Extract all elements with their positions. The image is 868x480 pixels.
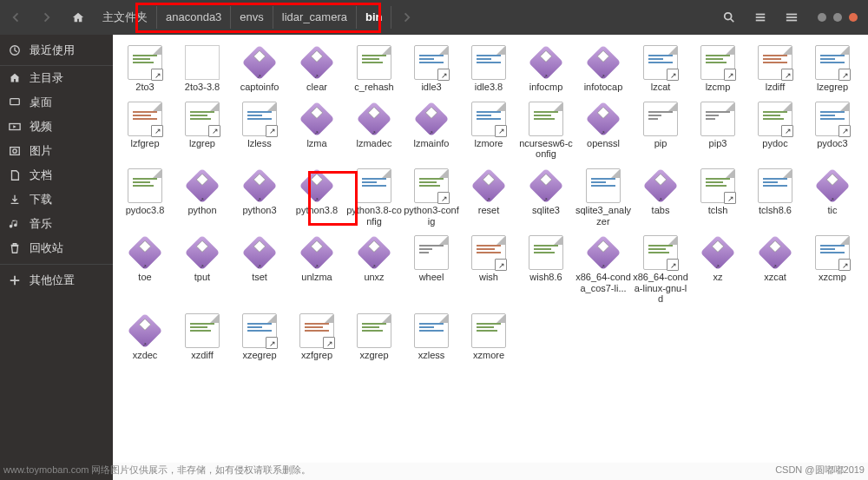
file-item[interactable]: pydoc3.8 [116, 168, 174, 227]
file-item[interactable]: ↗tic [804, 168, 861, 227]
sidebar-item-home[interactable]: 主目录 [0, 66, 113, 90]
crumb-envs[interactable]: envs [231, 6, 273, 29]
file-item[interactable]: ↗infotocap [575, 45, 632, 93]
sidebar-item-documents[interactable]: 文档 [0, 163, 113, 187]
file-item[interactable]: ↗idle3 [403, 45, 460, 93]
file-item[interactable]: ↗xzcmp [804, 235, 861, 305]
text-file-icon [529, 235, 563, 270]
file-item[interactable]: pip [632, 102, 689, 160]
file-item[interactable]: ↗sqlite3 [517, 168, 575, 227]
file-item[interactable]: ↗lzma [288, 102, 345, 160]
svg-rect-5 [786, 16, 797, 18]
sidebar-item-desktop[interactable]: 桌面 [0, 90, 113, 115]
file-item[interactable]: ↗python3.8 [288, 168, 345, 227]
file-item[interactable]: ↗pydoc3 [804, 102, 861, 160]
file-item[interactable]: ↗lzfgrep [116, 102, 174, 160]
file-label: lzmainfo [414, 138, 450, 149]
file-label: unlzma [301, 272, 332, 283]
file-item[interactable]: idle3.8 [460, 45, 517, 93]
file-item[interactable]: ↗tabs [632, 168, 689, 227]
file-item[interactable]: wish8.6 [517, 235, 575, 305]
file-label: lzcat [651, 82, 671, 93]
file-item[interactable]: ↗python3-config [403, 168, 460, 227]
file-item[interactable]: ↗xzegrep [231, 313, 288, 361]
sidebar-item-pictures[interactable]: 图片 [0, 139, 113, 163]
file-item[interactable]: ↗tset [231, 235, 288, 305]
file-item[interactable]: ↗wish [460, 235, 517, 305]
sidebar-item-recent[interactable]: 最近使用 [0, 35, 113, 66]
sidebar-item-videos[interactable]: 视频 [0, 115, 113, 139]
file-item[interactable]: ↗2to3 [116, 45, 174, 93]
crumb-lidar-camera[interactable]: lidar_camera [273, 6, 357, 29]
file-item[interactable]: ↗lzgrep [174, 102, 231, 160]
file-item[interactable]: wheel [403, 235, 460, 305]
file-item[interactable]: ↗lzmadec [345, 102, 403, 160]
file-item[interactable]: ↗tput [174, 235, 231, 305]
file-item[interactable]: ↗python [174, 168, 231, 227]
file-item[interactable]: ↗clear [288, 45, 345, 93]
file-item[interactable]: ↗lzmainfo [403, 102, 460, 160]
file-item[interactable]: python3.8-config [345, 168, 403, 227]
crumb-more-icon[interactable] [393, 3, 421, 31]
file-item[interactable]: xzmore [460, 313, 517, 361]
file-item[interactable]: ↗xz [689, 235, 746, 305]
file-label: python3-config [403, 205, 460, 227]
file-item[interactable]: ↗reset [460, 168, 517, 227]
file-item[interactable]: xzless [403, 313, 460, 361]
home-icon[interactable] [64, 3, 92, 31]
file-item[interactable]: ↗lzless [231, 102, 288, 160]
sidebar-item-downloads[interactable]: 下载 [0, 187, 113, 212]
crumb-bin[interactable]: bin [357, 6, 392, 29]
svg-point-0 [725, 13, 732, 20]
search-button[interactable] [715, 3, 743, 31]
file-item[interactable]: ↗xzfgrep [288, 313, 345, 361]
file-item[interactable]: ↗lzcat [632, 45, 689, 93]
file-item[interactable]: c_rehash [345, 45, 403, 93]
file-label: python3.8 [296, 205, 338, 216]
view-list-button[interactable] [746, 3, 774, 31]
file-label: pydoc [762, 138, 787, 149]
file-item[interactable]: ↗infocmp [517, 45, 575, 93]
nav-forward-button[interactable] [33, 3, 61, 31]
sidebar-item-trash[interactable]: 回收站 [0, 236, 113, 260]
crumb-anaconda3[interactable]: anaconda3 [157, 6, 231, 29]
file-item[interactable]: 2to3-3.8 [174, 45, 231, 93]
file-item[interactable]: sqlite3_analyzer [575, 168, 632, 227]
window-close-button[interactable] [849, 13, 858, 22]
file-item[interactable]: ↗python3 [231, 168, 288, 227]
window-maximize-button[interactable] [833, 13, 842, 22]
file-label: sqlite3_analyzer [575, 205, 632, 227]
file-item[interactable]: ↗lzmore [460, 102, 517, 160]
file-item[interactable]: ↗lzcmp [689, 45, 746, 93]
sidebar-item-music[interactable]: 音乐 [0, 212, 113, 236]
svg-rect-4 [786, 14, 797, 16]
file-item[interactable]: ↗tclsh [689, 168, 746, 227]
file-label: toe [138, 272, 151, 283]
file-item[interactable]: ↗xzcat [746, 235, 804, 305]
nav-back-button[interactable] [2, 3, 30, 31]
file-item[interactable]: ↗toe [116, 235, 174, 305]
file-item[interactable]: ↗xzdec [116, 313, 174, 361]
window-minimize-button[interactable] [818, 13, 826, 22]
file-item[interactable]: ↗openssl [575, 102, 632, 160]
file-item[interactable]: ↗lzegrep [804, 45, 861, 93]
menu-button[interactable] [778, 3, 806, 31]
sidebar-item-other[interactable]: 其他位置 [0, 268, 113, 293]
file-label: xzless [418, 350, 445, 361]
file-item[interactable]: ↗captoinfo [231, 45, 288, 93]
crumb-root[interactable]: 主文件夹 [94, 6, 157, 29]
sidebar-label: 最近使用 [30, 43, 75, 58]
file-item[interactable]: ↗pydoc [746, 102, 804, 160]
text-file-icon: ↗ [242, 313, 277, 348]
file-item[interactable]: ↗unxz [345, 235, 403, 305]
file-item[interactable]: ↗unlzma [288, 235, 345, 305]
file-item[interactable]: ncursesw6-config [517, 102, 575, 160]
file-item[interactable]: pip3 [689, 102, 746, 160]
file-item[interactable]: xzgrep [345, 313, 403, 361]
file-item[interactable]: ↗x86_64-conda_cos7-li... [575, 235, 632, 305]
binary-file-icon: ↗ [185, 235, 220, 271]
file-item[interactable]: ↗x86_64-conda-linux-gnu-ld [632, 235, 689, 305]
file-item[interactable]: xzdiff [174, 313, 231, 361]
file-item[interactable]: ↗lzdiff [746, 45, 804, 93]
file-item[interactable]: tclsh8.6 [746, 168, 804, 227]
